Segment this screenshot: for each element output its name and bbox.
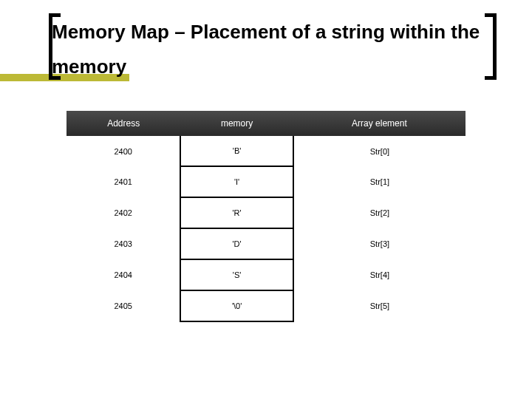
address-cell: 2404 [66, 259, 180, 290]
address-cell: 2403 [66, 228, 180, 259]
memory-map-table: Address memory Array element 2400 'B' St… [66, 111, 466, 322]
table-row: 2400 'B' Str[0] [66, 136, 466, 166]
memory-cell: 'I' [180, 166, 293, 197]
memory-cell: 'R' [180, 197, 293, 228]
slide-title: Memory Map – Placement of a string withi… [52, 15, 488, 84]
memory-cell: 'B' [180, 136, 293, 166]
element-cell: Str[3] [293, 228, 466, 259]
title-container: Memory Map – Placement of a string withi… [52, 15, 488, 84]
memory-map-table-container: Address memory Array element 2400 'B' St… [66, 111, 466, 322]
table-row: 2402 'R' Str[2] [66, 197, 466, 228]
header-memory: memory [180, 111, 293, 136]
address-cell: 2405 [66, 290, 180, 321]
table-row: 2403 'D' Str[3] [66, 228, 466, 259]
element-cell: Str[2] [293, 197, 466, 228]
element-cell: Str[4] [293, 259, 466, 290]
address-cell: 2401 [66, 166, 180, 197]
address-cell: 2400 [66, 136, 180, 166]
table-row: 2405 '\0' Str[5] [66, 290, 466, 321]
memory-cell: 'D' [180, 228, 293, 259]
header-element: Array element [293, 111, 466, 136]
memory-cell: 'S' [180, 259, 293, 290]
element-cell: Str[1] [293, 166, 466, 197]
element-cell: Str[5] [293, 290, 466, 321]
header-address: Address [66, 111, 180, 136]
address-cell: 2402 [66, 197, 180, 228]
table-row: 2401 'I' Str[1] [66, 166, 466, 197]
table-header-row: Address memory Array element [66, 111, 466, 136]
element-cell: Str[0] [293, 136, 466, 166]
memory-cell: '\0' [180, 290, 293, 321]
table-row: 2404 'S' Str[4] [66, 259, 466, 290]
